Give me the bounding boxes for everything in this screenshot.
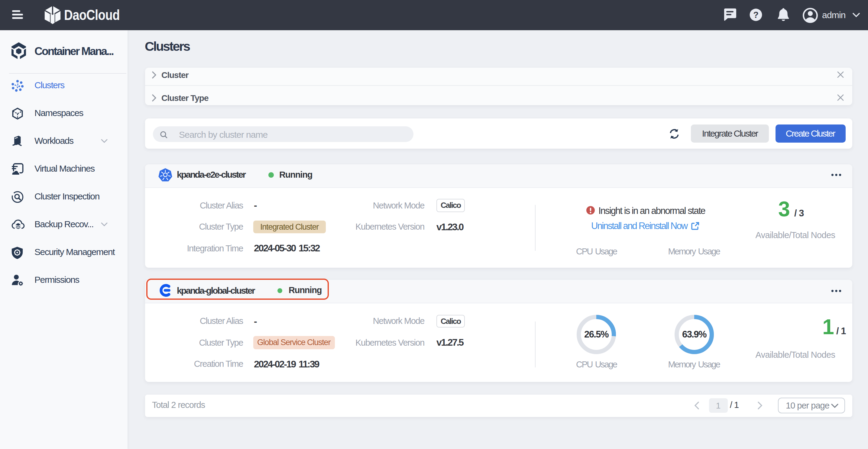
svg-text:63.9%: 63.9% bbox=[682, 329, 706, 340]
svg-text:?: ? bbox=[753, 10, 758, 20]
svg-text:26.5%: 26.5% bbox=[584, 329, 609, 340]
